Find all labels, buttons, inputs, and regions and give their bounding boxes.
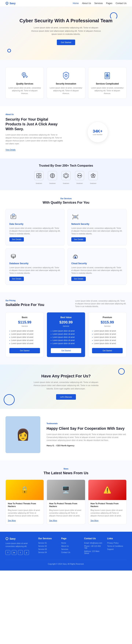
feature-icon-2 [103, 71, 112, 80]
social-facebook[interactable]: f [5, 550, 10, 555]
partner-3: Seatown [75, 171, 84, 185]
partner-name-4: Seatown [90, 182, 96, 184]
footer-col-links-1: Home About Us Services Contact Us [61, 542, 80, 554]
partners-section: Trusted By Over 200+ Tech Companies Seat… [0, 158, 132, 190]
footer-link-p0[interactable]: Home [61, 542, 80, 544]
news-desc-0: Blog borem Lorem ipsum dolor sit amet co… [8, 509, 41, 517]
about-stat: 34K+ Cost Number [88, 122, 108, 142]
news-btn-1[interactable]: See More [49, 520, 57, 522]
service-icon-0 [9, 213, 17, 221]
cta-description: Lorem ipsum dolor sit amet, consectetur … [31, 381, 101, 390]
nav-about[interactable]: About Us [82, 2, 91, 4]
svg-point-20 [75, 216, 76, 218]
footer-col-contact: Contact Us Email: info@savy.com Phone: +… [84, 537, 103, 556]
news-btn-2[interactable]: See More [91, 520, 98, 522]
footer-col-heading-1: Page [61, 537, 80, 540]
testimonial-content: Testimonials Happy Client Say For Cooper… [47, 422, 127, 447]
hero-cta-button[interactable]: Get Started [57, 40, 75, 45]
footer-link-l1[interactable]: Terms & Conditions [107, 545, 127, 547]
plan-feature-0-4: Lorem ipsum dolor sit amet [9, 342, 40, 345]
footer-brand-desc: Lorem ipsum dolor sit amet consectetur a… [5, 542, 34, 548]
partner-logo-3 [75, 171, 84, 180]
cta-section: Have Any Project For Us? Lorem ipsum dol… [0, 364, 132, 409]
nav-home[interactable]: Home [73, 2, 79, 4]
footer-link-p2[interactable]: Services [61, 548, 80, 550]
news-card-0: 🔒 How To Protect Threats From Hackers Bl… [5, 480, 44, 524]
stat-number: 34K+ [93, 129, 102, 134]
features-section: Quality Services Lorem ipsum dolor sit a… [0, 60, 132, 106]
news-grid: 🔒 How To Protect Threats From Hackers Bl… [5, 480, 127, 524]
services-label: Our Services [5, 198, 127, 200]
testimonials-label: Testimonials [47, 422, 127, 424]
news-card-2: ⚠️ How To Protect Threats From Hackers B… [88, 480, 127, 524]
plan-feature-1-3: Lorem ipsum dolor sit amet [51, 339, 81, 342]
social-instagram[interactable]: in [12, 550, 16, 555]
news-label: News [5, 468, 127, 470]
service-btn-1[interactable]: See Details [71, 237, 86, 242]
social-youtube[interactable]: y [24, 550, 29, 555]
svg-point-4 [23, 74, 25, 75]
price-card-2: Premium $315.99 /service Lorem ipsum dol… [88, 312, 127, 357]
plan-price-0: $115.99 [9, 320, 40, 324]
service-btn-3[interactable]: See Details [71, 277, 86, 281]
nav-services[interactable]: Services [94, 2, 103, 4]
plan-name-0: Basic [9, 316, 40, 319]
price-card-1: Best Value $200.99 /service Lorem ipsum … [47, 312, 85, 357]
footer-contact-1: Phone: +00 123 456 789 [84, 545, 103, 549]
footer-logo: Savy [5, 537, 34, 540]
about-content: About Us Security For Your Digital Produ… [5, 114, 63, 151]
about-section: About Us Security For Your Digital Produ… [0, 106, 132, 158]
feature-title-1: Security Innovation [50, 82, 82, 85]
footer-link-l0[interactable]: Privacy Policy [107, 542, 127, 544]
service-btn-0[interactable]: See Details [9, 237, 24, 242]
plan-btn-2[interactable]: Get Started [92, 348, 123, 353]
svg-point-23 [75, 257, 76, 258]
services-header: Our Services With Quality Services For Y… [5, 198, 127, 204]
partner-0: Seatown [34, 171, 43, 185]
footer-link-l2[interactable]: Support [107, 548, 127, 550]
news-btn-0[interactable]: See More [8, 520, 16, 522]
partner-logo-0 [34, 171, 43, 180]
service-icon-2 [9, 252, 17, 260]
plan-feature-2-3: Lorem ipsum dolor sit amet [92, 339, 123, 342]
footer-link-s1[interactable]: Service 02 [38, 545, 57, 547]
testimonial-image: 👩 [5, 416, 40, 453]
plan-name-2: Premium [92, 316, 123, 319]
testimonials-inner: 👩 Testimonials Happy Client Say For Coop… [5, 416, 127, 453]
partner-logo-1 [48, 171, 57, 180]
plan-feature-1-4: Lorem ipsum dolor sit amet [51, 342, 81, 345]
footer-logo-icon [5, 537, 8, 540]
service-btn-2[interactable]: See Details [9, 277, 24, 281]
plan-btn-1[interactable]: Get Started [51, 348, 81, 353]
news-body-2: How To Protect Threats From Hackers Blog… [88, 500, 126, 524]
footer-col-heading-0: Our Services [38, 537, 57, 540]
footer-link-p1[interactable]: About Us [61, 545, 80, 547]
nav-contact[interactable]: Contact Us [116, 2, 127, 4]
partner-logo-2 [62, 171, 70, 180]
news-card-1: 🖥️ How To Protect Threats From Hackers B… [47, 480, 85, 524]
footer-link-p3[interactable]: Contact Us [61, 552, 80, 554]
service-title-1: Network Security [71, 223, 123, 225]
footer-link-s2[interactable]: Service 03 [38, 548, 57, 550]
service-card-0: Data Security Lorem ipsum dolor sit amet… [5, 209, 65, 246]
testimonials-title: Happy Client Say For Cooperation With Sa… [47, 426, 127, 431]
brand-logo[interactable]: Savy [5, 2, 16, 5]
services-title: With Quality Services For You [5, 201, 127, 204]
footer-link-s0[interactable]: Service 01 [38, 542, 57, 544]
social-twitter[interactable]: t [18, 550, 23, 555]
feature-icon-0 [20, 71, 29, 80]
partner-logo-4 [89, 171, 98, 180]
partner-name-3: Seatown [76, 182, 83, 184]
partner-name-1: Seatown [49, 182, 56, 184]
footer-link-s3[interactable]: Service 04 [38, 552, 57, 554]
about-link[interactable]: View Details [5, 149, 16, 151]
nav-pages[interactable]: Pages [106, 2, 112, 4]
plan-feature-1-1: Lorem ipsum dolor sit amet [51, 332, 81, 336]
plan-feature-0-2: Lorem ipsum dolor sit amet [9, 336, 40, 339]
feature-desc-1: Lorem ipsum dolor sit amet, consectetur … [50, 86, 82, 95]
plan-btn-0[interactable]: Get Started [9, 348, 40, 353]
svg-rect-10 [37, 174, 41, 178]
feature-card-0: Quality Services Lorem ipsum dolor sit a… [5, 67, 44, 99]
cta-button[interactable]: Let's Discuss [56, 394, 76, 400]
partners-grid: Seatown Seatown Seatown [5, 171, 127, 185]
